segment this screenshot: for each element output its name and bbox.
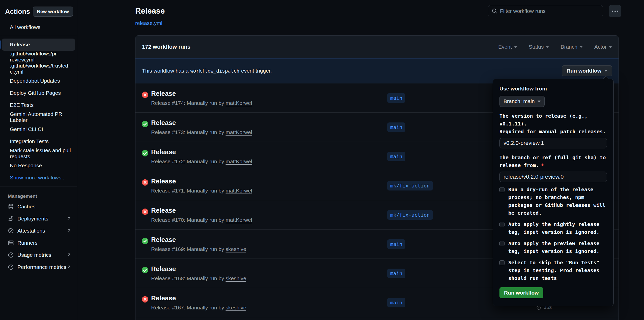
actor-link[interactable]: mattKorwel	[226, 217, 252, 223]
actor-link[interactable]: mattKorwel	[226, 100, 252, 106]
run-description: Release #171: Manually run by mattKorwel	[151, 188, 252, 194]
sidebar-item-mark-stale[interactable]: Mark stale issues and pull requests	[2, 147, 75, 159]
required-asterisk: *	[541, 162, 544, 168]
dry-run-checkbox-label[interactable]: Run a dry-run of the release process; no…	[508, 186, 607, 217]
verified-icon	[8, 228, 14, 234]
nightly-tag-checkbox-label[interactable]: Auto apply the nightly release tag, inpu…	[508, 220, 607, 236]
run-description: Release #169: Manually run by skeshive	[151, 246, 246, 252]
use-workflow-from-heading: Use workflow from	[499, 86, 607, 92]
chevron-down-icon	[604, 70, 607, 72]
external-link-icon	[66, 228, 71, 233]
chevron-down-icon	[514, 46, 517, 48]
chevron-down-icon	[538, 101, 541, 102]
run-title-link[interactable]: Release	[151, 207, 176, 214]
actor-filter-dropdown[interactable]: Actor	[594, 44, 612, 50]
ref-input[interactable]	[499, 172, 607, 182]
branch-selector-button[interactable]: Branch: main	[499, 96, 545, 107]
sidebar-item-usage-metrics[interactable]: Usage metrics	[0, 249, 77, 261]
actor-link[interactable]: skeshive	[226, 246, 246, 252]
actions-sidebar: Actions New workflow All workflows Relea…	[0, 0, 77, 320]
workflow-dispatch-code: workflow_dispatch	[190, 68, 239, 74]
sidebar-item-performance-metrics[interactable]: Performance metrics	[0, 261, 77, 273]
sidebar-item-release[interactable]: Release	[2, 39, 75, 51]
run-title-link[interactable]: Release	[151, 236, 176, 244]
sidebar-item-gemini-cli-ci[interactable]: Gemini CLI CI	[2, 123, 75, 135]
sidebar-item-integration-tests[interactable]: Integration Tests	[2, 135, 75, 147]
sidebar-item-gemini-pr-labeler[interactable]: Gemini Automated PR Labeler	[2, 111, 75, 123]
status-success-icon	[142, 267, 149, 274]
branch-badge[interactable]: mk/fix-action	[387, 210, 433, 220]
filter-workflow-runs-input[interactable]	[488, 5, 603, 17]
run-description: Release #168: Manually run by skeshive	[151, 275, 246, 281]
run-title-link[interactable]: Release	[151, 177, 176, 185]
status-success-icon	[142, 120, 149, 127]
version-input-label: The version to release (e.g., v0.1.11). …	[499, 112, 607, 136]
run-title-link[interactable]: Release	[151, 265, 176, 273]
new-workflow-button[interactable]: New workflow	[33, 7, 73, 17]
status-failure-icon	[142, 296, 149, 303]
sidebar-title: Actions	[5, 8, 30, 16]
banner-text: This workflow has aworkflow_dispatcheven…	[142, 68, 272, 74]
sidebar-item-runners[interactable]: Runners	[0, 237, 77, 249]
sidebar-item-dependabot-updates[interactable]: Dependabot Updates	[2, 75, 75, 87]
actor-link[interactable]: mattKorwel	[226, 129, 252, 135]
run-description: Release #174: Manually run by mattKorwel	[151, 100, 252, 106]
preview-tag-checkbox-label[interactable]: Auto apply the preview release tag, inpu…	[508, 240, 607, 255]
run-workflow-submit-button[interactable]: Run workflow	[499, 287, 543, 298]
event-filter-dropdown[interactable]: Event	[498, 44, 517, 50]
sidebar-divider	[0, 186, 77, 186]
run-workflow-dropdown-button[interactable]: Run workflow	[562, 65, 612, 76]
run-description: Release #170: Manually run by mattKorwel	[151, 217, 252, 223]
show-more-workflows-link[interactable]: Show more workflows...	[2, 172, 75, 184]
skip-tests-checkbox-label[interactable]: Select to skip the "Run Tests" step in t…	[508, 259, 607, 282]
sidebar-item-deployments[interactable]: Deployments	[0, 213, 77, 225]
actor-link[interactable]: mattKorwel	[226, 158, 252, 164]
run-title-link[interactable]: Release	[151, 148, 176, 156]
branch-badge[interactable]: main	[387, 239, 405, 249]
status-success-icon	[142, 237, 149, 244]
branch-badge[interactable]: main	[387, 122, 405, 132]
external-link-icon	[66, 216, 71, 221]
skip-tests-checkbox[interactable]	[499, 260, 505, 265]
sidebar-item-deploy-github-pages[interactable]: Deploy GitHub Pages	[2, 87, 75, 99]
run-title-link[interactable]: Release	[151, 90, 176, 98]
branch-badge[interactable]: main	[387, 152, 405, 161]
run-title-link[interactable]: Release	[151, 294, 176, 302]
server-icon	[8, 240, 14, 246]
sidebar-item-trusted-ci[interactable]: .github/workflows/trusted-ci.yml	[2, 63, 75, 75]
actor-link[interactable]: skeshive	[226, 275, 246, 281]
external-link-icon	[66, 265, 71, 270]
page-title: Release	[135, 7, 165, 16]
sidebar-item-all-workflows[interactable]: All workflows	[2, 21, 75, 33]
sidebar-item-no-response[interactable]: No Response	[2, 159, 75, 172]
workflow-options-kebab-button[interactable]	[609, 5, 621, 17]
sidebar-item-e2e-tests[interactable]: E2E Tests	[2, 99, 75, 111]
workflow-file-link[interactable]: release.yml	[135, 20, 162, 26]
nightly-tag-checkbox[interactable]	[499, 222, 505, 227]
sidebar-item-pr-review[interactable]: .github/workflows/pr-review.yml	[2, 51, 75, 63]
status-filter-dropdown[interactable]: Status	[529, 44, 549, 50]
database-icon	[8, 204, 14, 210]
actor-link[interactable]: skeshive	[226, 305, 246, 310]
version-input[interactable]	[499, 138, 607, 148]
actor-link[interactable]: mattKorwel	[226, 188, 252, 194]
sidebar-item-attestations[interactable]: Attestations	[0, 225, 77, 237]
chevron-down-icon	[580, 46, 583, 48]
meter-icon	[8, 252, 14, 258]
branch-badge[interactable]: main	[387, 298, 405, 307]
status-failure-icon	[142, 208, 149, 215]
branch-badge[interactable]: main	[387, 93, 405, 103]
branch-badge[interactable]: main	[387, 269, 405, 278]
branch-badge[interactable]: mk/fix-action	[387, 181, 433, 190]
runs-list-header: 172 workflow runs Event Status Branch Ac…	[135, 36, 619, 58]
run-title-link[interactable]: Release	[151, 119, 176, 127]
management-section-label: Management	[0, 189, 77, 201]
sidebar-item-caches[interactable]: Caches	[0, 201, 77, 213]
run-description: Release #172: Manually run by mattKorwel	[151, 158, 252, 165]
ref-input-label: The branch or ref (full git sha) to rele…	[499, 154, 607, 169]
preview-tag-checkbox[interactable]	[499, 241, 505, 246]
status-failure-icon	[142, 91, 149, 98]
dry-run-checkbox[interactable]	[499, 187, 505, 192]
chevron-down-icon	[546, 46, 549, 48]
branch-filter-dropdown[interactable]: Branch	[561, 44, 583, 50]
